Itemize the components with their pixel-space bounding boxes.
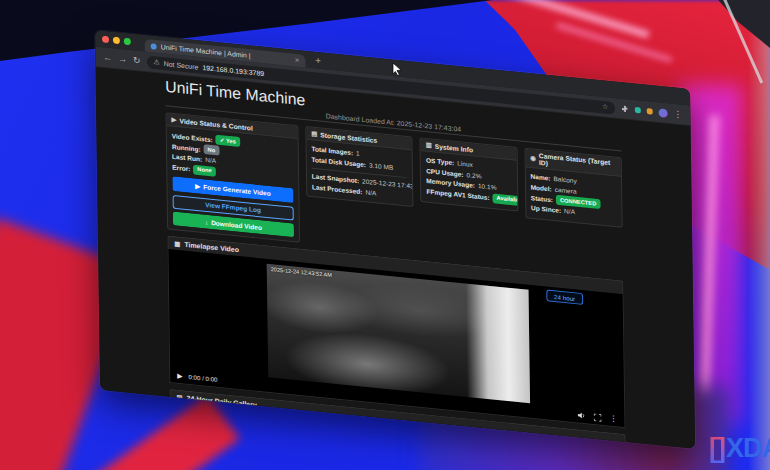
video-camera-icon: ▶ [171,116,176,124]
xda-text: XDA [726,433,770,464]
gallery-title: 24-Hour Daily Gallery [186,395,256,409]
extension-icon[interactable] [647,108,653,114]
volume-icon[interactable] [577,411,586,421]
camera-status-card: ◉ Camera Status (Target ID) Name:Balcony… [524,148,623,228]
wallpaper-pink-line [699,115,720,420]
more-options-icon[interactable]: ⋮ [609,415,617,424]
browser-menu-icon[interactable]: ⋮ [673,109,682,119]
profile-avatar[interactable] [659,108,668,118]
forward-button[interactable]: → [118,54,127,64]
monitor-edge-highlight [722,0,763,84]
zoom-window-button[interactable] [124,38,131,46]
extensions-puzzle-icon[interactable] [621,105,629,114]
video-status-card: ▶ Video Status & Control Video Exists:✓ … [165,112,299,243]
storage-statistics-card: ▤ Storage Statistics Total Images:1 Tota… [305,126,414,207]
new-tab-button[interactable]: + [315,55,321,65]
gallery-icon: ▧ [176,393,182,401]
monitor-corner [698,0,770,48]
fullscreen-icon[interactable] [594,413,602,422]
video-timestamp-overlay: 2025-12-24 12:43:52 AM [271,266,332,278]
tab-favicon [151,43,157,49]
wallpaper-red-streak [86,394,240,470]
browser-window: UniFi Time Machine | Admin | × + ← → ↻ ⚠… [95,30,695,449]
status-badge: ✓ Yes [216,135,240,147]
terminal-icon: ▥ [426,141,432,149]
not-secure-icon: ⚠ [153,58,159,66]
bookmark-icon[interactable]: ☆ [602,103,608,111]
play-button[interactable]: ▶ [177,372,182,380]
system-card-title: System Info [435,142,473,153]
disk-icon: ▤ [311,130,317,138]
download-icon: ↓ [205,218,208,225]
xda-brackets-icon: [] [709,433,725,464]
status-badge: None [193,164,215,176]
minimize-window-button[interactable] [113,37,120,45]
page-content: UniFi Time Machine Dashboard Loaded At: … [96,67,696,449]
xda-logo: [] XDA [709,433,770,464]
wallpaper-pink-streak [494,0,649,38]
date-input[interactable] [172,416,341,447]
duration-24hour-button[interactable]: 24 hour [546,290,583,305]
status-badge: Available (Worker) [493,193,519,209]
status-badge: No [204,144,220,156]
close-window-button[interactable] [102,36,109,44]
time-display: 0:00 / 0:00 [188,373,217,383]
monitor-bezel-right [748,0,770,470]
wallpaper-pink-streak [556,23,672,63]
film-icon: ▦ [174,240,180,248]
security-label: Not Secure [164,60,199,70]
reload-button[interactable]: ↻ [133,56,141,66]
mouse-cursor [392,62,403,80]
extension-icon[interactable] [635,107,641,113]
back-button[interactable]: ← [103,53,112,63]
url-text: 192.168.0.193:3789 [202,64,264,77]
gallery-status-text: Displaying hourly snapshots for . [406,443,504,449]
camera-icon: ◉ [530,154,536,162]
play-icon: ▶ [195,182,200,190]
system-info-card: ▥ System Info OS Type:Linux CPU Usage:0.… [420,137,518,211]
tab-close-icon[interactable]: × [295,56,300,65]
